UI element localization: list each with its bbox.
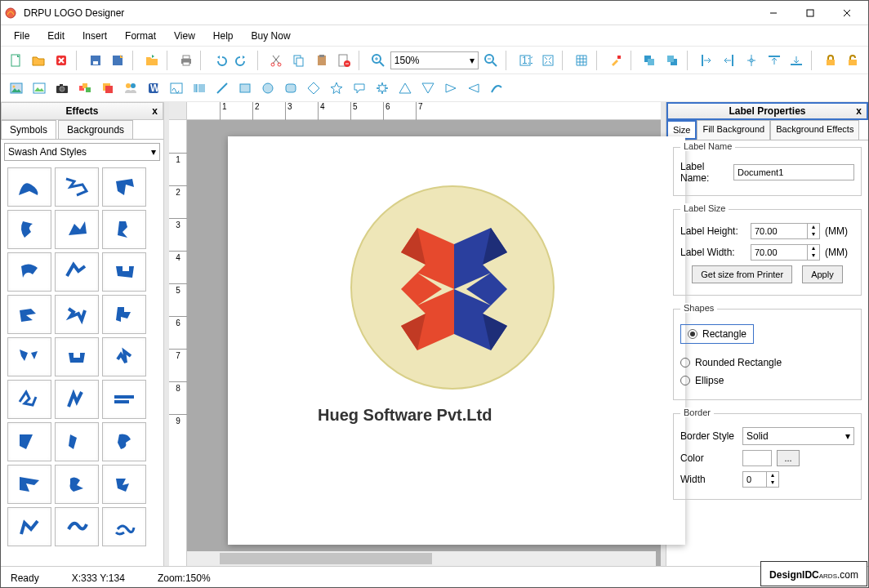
symbol-item[interactable] (7, 507, 51, 546)
label-height-input[interactable] (751, 223, 808, 239)
symbol-item[interactable] (7, 295, 51, 334)
undo-icon[interactable] (209, 50, 230, 71)
star-icon[interactable] (326, 78, 347, 99)
triangle-down-icon[interactable] (417, 78, 439, 99)
radio-rectangle[interactable]: Rectangle (680, 324, 754, 344)
save-icon[interactable] (85, 50, 106, 71)
symbol-item[interactable] (55, 507, 99, 546)
rect-icon[interactable] (234, 78, 256, 99)
border-style-select[interactable]: Solid▾ (742, 427, 854, 445)
radio-ellipse[interactable]: Ellipse (680, 375, 854, 386)
menu-buynow[interactable]: Buy Now (243, 27, 299, 45)
symbol-item[interactable] (55, 465, 99, 504)
logo-circle[interactable] (350, 185, 555, 390)
diamond-icon[interactable] (303, 78, 324, 99)
cut-icon[interactable] (266, 50, 287, 71)
symbol-item[interactable] (55, 422, 99, 461)
save-as-icon[interactable] (108, 50, 129, 71)
menu-edit[interactable]: Edit (39, 27, 73, 45)
symbol-item[interactable] (55, 295, 99, 334)
signature-icon[interactable] (166, 78, 187, 99)
word-icon[interactable]: W (143, 78, 164, 99)
effects-close-icon[interactable]: x (152, 105, 158, 117)
radio-rounded-rectangle[interactable]: Rounded Rectangle (680, 357, 854, 368)
logo-text[interactable]: Hueg Software Pvt.Ltd (318, 406, 492, 425)
bring-front-icon[interactable] (639, 50, 661, 71)
artboard[interactable]: Hueg Software Pvt.Ltd (228, 136, 685, 545)
layers-icon[interactable] (97, 78, 118, 99)
symbol-item[interactable] (102, 252, 146, 292)
menu-format[interactable]: Format (117, 27, 164, 45)
maximize-button[interactable] (791, 2, 828, 24)
redo-icon[interactable] (232, 50, 253, 71)
symbol-item[interactable] (55, 252, 99, 292)
symbol-item[interactable] (7, 167, 51, 207)
symbol-item[interactable] (55, 380, 99, 419)
symbol-item[interactable] (102, 380, 146, 419)
rounded-rect-icon[interactable] (280, 78, 301, 99)
copy-icon[interactable] (288, 50, 310, 71)
burst-icon[interactable] (372, 78, 393, 99)
insert-image-icon[interactable] (6, 78, 27, 99)
fit-icon[interactable]: 1:1 (515, 50, 536, 71)
camera-icon[interactable] (51, 78, 73, 99)
symbol-item[interactable] (7, 210, 51, 249)
zoom-combo[interactable]: 150%▾ (390, 51, 479, 69)
menu-help[interactable]: Help (205, 27, 242, 45)
canvas[interactable]: Hueg Software Pvt.Ltd (187, 120, 661, 566)
tab-symbols[interactable]: Symbols (1, 120, 56, 139)
zoom-out-icon[interactable] (480, 50, 501, 71)
shapes-icon[interactable] (74, 78, 96, 99)
arrow-left-icon[interactable] (463, 78, 484, 99)
triangle-up-icon[interactable] (394, 78, 416, 99)
align-center-icon[interactable] (741, 50, 762, 71)
close-button[interactable] (828, 2, 865, 24)
picture-icon[interactable] (29, 78, 50, 99)
symbol-item[interactable] (7, 422, 51, 461)
new-file-icon[interactable] (6, 50, 27, 71)
symbol-category-select[interactable]: Swash And Styles▾ (4, 143, 160, 161)
symbol-item[interactable] (55, 210, 99, 249)
align-left-icon[interactable] (696, 50, 717, 71)
symbol-item[interactable] (7, 465, 51, 504)
symbol-item[interactable] (102, 295, 146, 334)
menu-view[interactable]: View (166, 27, 203, 45)
line-icon[interactable] (212, 78, 233, 99)
barcode-icon[interactable] (189, 78, 210, 99)
fit-window-icon[interactable] (537, 50, 559, 71)
apply-button[interactable]: Apply (802, 265, 843, 283)
border-width-input[interactable] (742, 471, 767, 488)
border-color-button[interactable]: ... (777, 450, 800, 466)
send-back-icon[interactable] (662, 50, 683, 71)
tab-background-effects[interactable]: Background Effects (770, 120, 859, 140)
callout-icon[interactable] (349, 78, 370, 99)
arrow-right-icon[interactable] (440, 78, 461, 99)
print-icon[interactable] (176, 50, 197, 71)
symbol-item[interactable] (102, 167, 146, 207)
symbol-item[interactable] (7, 252, 51, 292)
users-icon[interactable] (120, 78, 141, 99)
h-scrollbar[interactable] (187, 551, 656, 566)
symbol-item[interactable] (102, 210, 146, 249)
symbol-item[interactable] (102, 465, 146, 504)
label-name-input[interactable] (733, 164, 854, 180)
export-icon[interactable] (141, 50, 163, 71)
align-bottom-icon[interactable] (786, 50, 807, 71)
border-color-chip[interactable] (742, 450, 772, 466)
props-close-icon[interactable]: x (856, 105, 862, 117)
unlock-icon[interactable] (843, 50, 864, 71)
symbol-item[interactable] (55, 337, 99, 376)
delete-icon[interactable] (334, 50, 355, 71)
symbol-item[interactable] (7, 337, 51, 376)
symbol-item[interactable] (102, 337, 146, 376)
grid-icon[interactable] (571, 50, 592, 71)
paste-icon[interactable] (311, 50, 332, 71)
lock-icon[interactable] (820, 50, 841, 71)
label-width-input[interactable] (751, 244, 808, 261)
symbol-item[interactable] (7, 380, 51, 419)
tab-backgrounds[interactable]: Backgrounds (58, 120, 133, 139)
menu-insert[interactable]: Insert (74, 27, 115, 45)
menu-file[interactable]: File (6, 27, 38, 45)
symbol-item[interactable] (102, 422, 146, 461)
tab-fill-background[interactable]: Fill Background (697, 120, 770, 140)
